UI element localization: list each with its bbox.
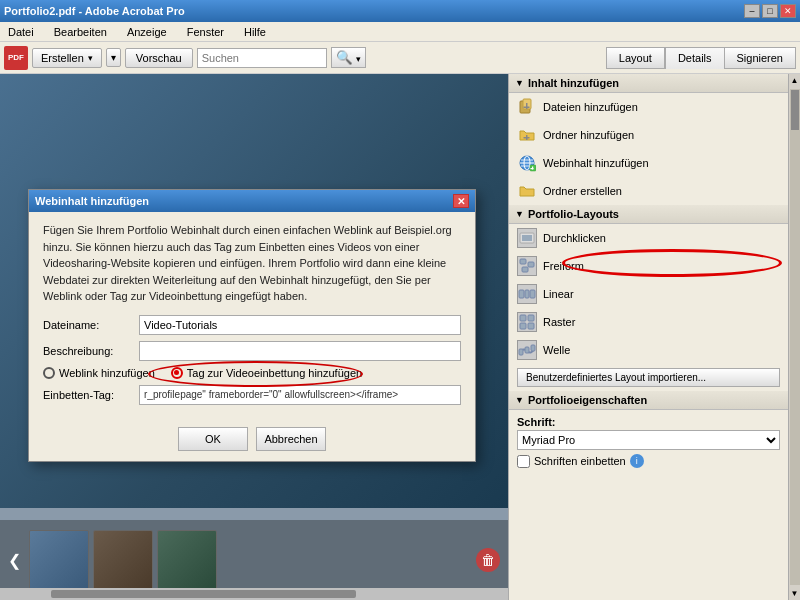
tab-details[interactable]: Details [665,47,725,69]
modal-dialog: Webinhalt hinzufügen ✕ Fügen Sie Ihrem P… [28,189,476,462]
app-title: Portfolio2.pdf - Adobe Acrobat Pro [4,5,185,17]
modal-cancel-button[interactable]: Abbrechen [256,427,326,451]
search-icon: 🔍 [336,50,353,65]
minimize-button[interactable]: – [744,4,760,18]
modal-ok-button[interactable]: OK [178,427,248,451]
dateiname-row: Dateiname: [43,315,461,335]
modal-footer: OK Abbrechen [29,421,475,461]
radio-tag-label: Tag zur Videoeinbettung hinzufügen [187,367,362,379]
beschreibung-row: Beschreibung: [43,341,461,361]
einbetten-tag-label: Einbetten-Tag: [43,389,133,401]
modal-close-button[interactable]: ✕ [453,194,469,208]
modal-description: Fügen Sie Ihrem Portfolio Webinhalt durc… [43,222,461,305]
modal-overlay: Webinhalt hinzufügen ✕ Fügen Sie Ihrem P… [0,74,800,600]
menu-anzeige[interactable]: Anzeige [123,24,171,40]
menu-hilfe[interactable]: Hilfe [240,24,270,40]
erstellen-button[interactable]: Erstellen ▾ [32,48,102,68]
erstellen-label: Erstellen [41,52,84,64]
maximize-button[interactable]: □ [762,4,778,18]
toolbar: PDF Erstellen ▾ ▾ Vorschau 🔍 ▾ Layout De… [0,42,800,74]
tab-group: Layout Details Signieren [606,47,796,69]
beschreibung-label: Beschreibung: [43,345,133,357]
search-dropdown-arrow: ▾ [356,54,361,64]
main-content: ❮ 🗑 ▼ Inhalt hinzufügen [0,74,800,600]
extra-dropdown-button[interactable]: ▾ [106,48,121,67]
radio-row: Weblink hinzufügen Tag zur Videoeinbettu… [43,367,461,379]
tab-signieren[interactable]: Signieren [725,47,796,69]
menu-datei[interactable]: Datei [4,24,38,40]
dateiname-label: Dateiname: [43,319,133,331]
menu-bearbeiten[interactable]: Bearbeiten [50,24,111,40]
menu-fenster[interactable]: Fenster [183,24,228,40]
einbetten-tag-input[interactable] [139,385,461,405]
modal-title-bar: Webinhalt hinzufügen ✕ [29,190,475,212]
einbetten-tag-row: Einbetten-Tag: [43,385,461,405]
title-bar-text: Portfolio2.pdf - Adobe Acrobat Pro [4,5,185,17]
title-bar: Portfolio2.pdf - Adobe Acrobat Pro – □ ✕ [0,0,800,22]
radio-tag-circle [171,367,183,379]
radio-weblink-circle [43,367,55,379]
tab-layout[interactable]: Layout [606,47,665,69]
radio-weblink-label: Weblink hinzufügen [59,367,155,379]
close-button[interactable]: ✕ [780,4,796,18]
search-button[interactable]: 🔍 ▾ [331,47,367,68]
modal-body: Fügen Sie Ihrem Portfolio Webinhalt durc… [29,212,475,421]
radio-weblink[interactable]: Weblink hinzufügen [43,367,155,379]
search-input[interactable] [197,48,327,68]
vorschau-button[interactable]: Vorschau [125,48,193,68]
radio-tag[interactable]: Tag zur Videoeinbettung hinzufügen [171,367,362,379]
erstellen-dropdown-arrow: ▾ [88,53,93,63]
beschreibung-input[interactable] [139,341,461,361]
dateiname-input[interactable] [139,315,461,335]
modal-title: Webinhalt hinzufügen [35,195,149,207]
title-bar-controls: – □ ✕ [744,4,796,18]
menu-bar: Datei Bearbeiten Anzeige Fenster Hilfe [0,22,800,42]
pdf-icon: PDF [4,46,28,70]
